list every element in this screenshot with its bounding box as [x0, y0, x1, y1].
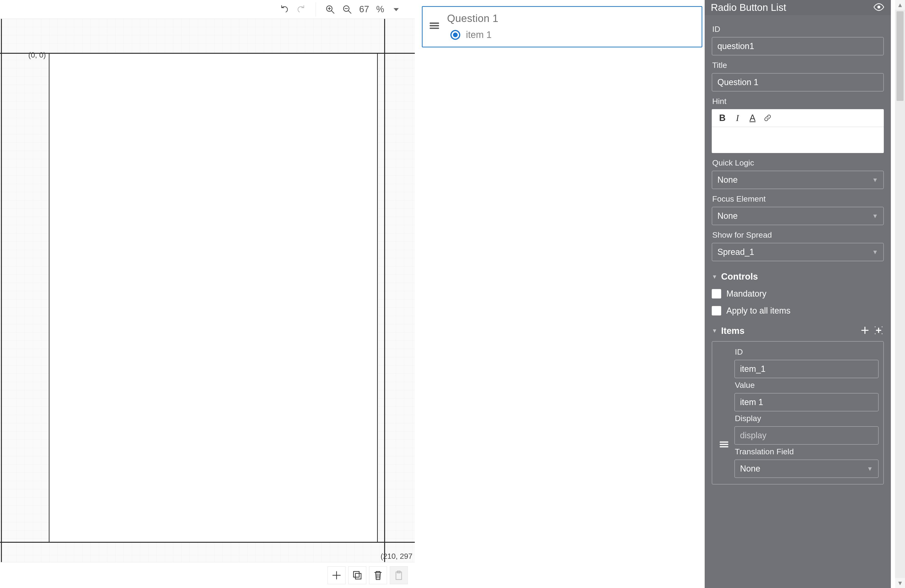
spread-label: Show for Spread — [712, 230, 884, 240]
item-translation-label: Translation Field — [735, 447, 879, 456]
paste-button[interactable] — [390, 566, 408, 584]
add-multi-icon[interactable] — [873, 325, 884, 337]
collapse-icon: ▼ — [712, 327, 718, 334]
radio-icon[interactable] — [450, 30, 460, 40]
apply-all-checkbox[interactable] — [712, 306, 721, 315]
svg-point-9 — [875, 334, 876, 334]
item-display-field[interactable] — [734, 426, 879, 445]
ruler-line-v-right-outer — [384, 19, 385, 562]
properties-title: Radio Button List — [711, 2, 786, 13]
focus-element-label: Focus Element — [712, 194, 884, 203]
canvas-grid[interactable]: (0, 0) (210, 297 — [0, 19, 415, 562]
mandatory-checkbox-row[interactable]: Mandatory — [712, 289, 884, 299]
visibility-icon[interactable] — [873, 1, 885, 14]
question-card[interactable]: Question 1 item 1 — [422, 6, 702, 48]
id-field[interactable] — [712, 37, 884, 56]
hint-label: Hint — [712, 97, 884, 106]
quick-logic-label: Quick Logic — [712, 158, 884, 167]
extent-coords: (210, 297 — [381, 552, 413, 561]
item-display-label: Display — [735, 414, 879, 423]
item-value-field[interactable] — [734, 393, 879, 412]
canvas-panel: 67 % (0, 0) (210, 297 — [0, 0, 415, 588]
item-translation-value: None — [740, 464, 760, 474]
items-section-header[interactable]: ▼ Items — [712, 325, 884, 337]
scroll-up-icon[interactable]: ▲ — [895, 0, 905, 10]
hint-textarea[interactable] — [712, 127, 884, 153]
item-id-label: ID — [735, 347, 879, 356]
bold-icon[interactable]: B — [717, 113, 728, 123]
title-label: Title — [712, 60, 884, 70]
spread-select[interactable]: Spread_1 ▼ — [712, 243, 884, 261]
svg-rect-3 — [356, 574, 361, 579]
chevron-down-icon: ▼ — [872, 213, 878, 220]
scroll-down-icon[interactable]: ▼ — [895, 578, 905, 588]
ruler-line-v-left — [1, 19, 2, 562]
item-value-label: Value — [735, 380, 879, 390]
apply-all-checkbox-row[interactable]: Apply to all items — [712, 306, 884, 316]
item-translation-select[interactable]: None ▼ — [734, 459, 879, 478]
radio-item-label: item 1 — [466, 29, 492, 40]
controls-section-header[interactable]: ▼ Controls — [712, 272, 884, 282]
item-card: ID Value Display Translation Field None … — [712, 341, 884, 485]
focus-element-value: None — [718, 211, 738, 221]
divider — [316, 2, 316, 16]
chevron-down-icon: ▼ — [872, 248, 878, 256]
item-drag-handle-icon[interactable] — [717, 345, 731, 478]
quick-logic-value: None — [718, 175, 738, 185]
zoom-out-button[interactable] — [341, 3, 353, 15]
origin-coords: (0, 0) — [28, 51, 46, 59]
properties-panel: Radio Button List ID Title Hint B I A — [705, 0, 891, 588]
id-label: ID — [712, 24, 884, 34]
add-button[interactable] — [328, 566, 346, 584]
italic-icon[interactable]: I — [732, 113, 743, 123]
chevron-down-icon: ▼ — [867, 465, 873, 472]
items-section-title: Items — [721, 326, 745, 336]
question-title: Question 1 — [447, 13, 695, 24]
underline-icon[interactable]: A — [747, 113, 758, 123]
apply-all-label: Apply to all items — [726, 306, 791, 316]
drag-handle-icon[interactable] — [422, 7, 446, 32]
delete-button[interactable] — [369, 566, 387, 584]
controls-section-title: Controls — [721, 272, 758, 282]
zoom-unit: % — [375, 4, 385, 14]
svg-point-8 — [882, 327, 883, 327]
mandatory-label: Mandatory — [726, 289, 767, 299]
undo-button[interactable] — [278, 3, 290, 15]
questions-panel: Question 1 item 1 — [415, 0, 705, 588]
quick-logic-select[interactable]: None ▼ — [712, 171, 884, 189]
ruler-line-h-bottom — [0, 542, 415, 543]
collapse-icon: ▼ — [712, 273, 718, 280]
zoom-dropdown-button[interactable] — [390, 3, 402, 15]
svg-point-7 — [875, 327, 876, 327]
title-field[interactable] — [712, 73, 884, 92]
radio-item[interactable]: item 1 — [447, 29, 695, 40]
svg-point-6 — [877, 6, 881, 9]
artboard-page[interactable] — [49, 54, 377, 542]
redo-button[interactable] — [295, 3, 307, 15]
scroll-thumb[interactable] — [897, 11, 903, 101]
svg-point-10 — [882, 334, 883, 334]
svg-rect-2 — [354, 572, 359, 577]
zoom-in-button[interactable] — [324, 3, 336, 15]
zoom-value: 67 — [358, 4, 370, 14]
hint-editor[interactable]: B I A — [712, 109, 884, 153]
add-item-icon[interactable] — [860, 326, 870, 336]
properties-header: Radio Button List — [705, 0, 891, 15]
chevron-down-icon: ▼ — [872, 176, 878, 184]
focus-element-select[interactable]: None ▼ — [712, 207, 884, 225]
item-id-field[interactable] — [734, 360, 879, 378]
canvas-toolbar: 67 % — [0, 0, 415, 19]
link-icon[interactable] — [762, 113, 773, 123]
scrollbar[interactable]: ▲ ▼ — [895, 0, 905, 588]
canvas-bottom-bar — [0, 562, 415, 588]
mandatory-checkbox[interactable] — [712, 289, 721, 299]
copy-button[interactable] — [348, 566, 366, 584]
spread-value: Spread_1 — [718, 247, 754, 257]
